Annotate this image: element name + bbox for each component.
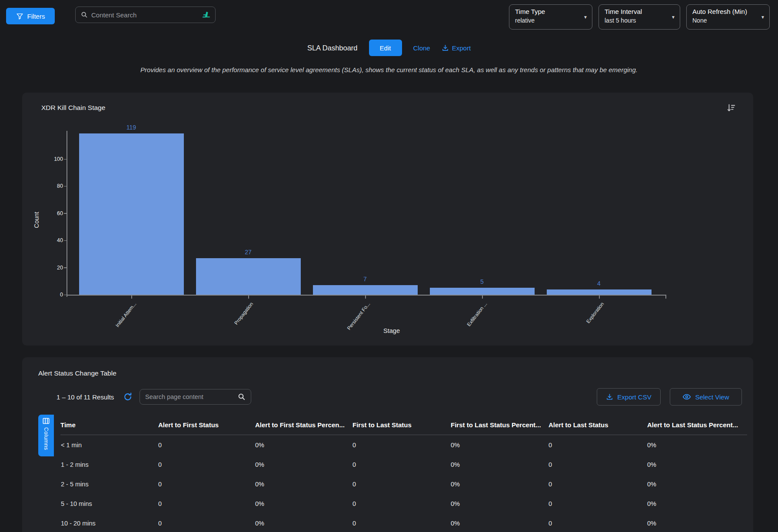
column-header[interactable]: Alert to First Status Percen... <box>255 421 352 429</box>
bar-Persistent Fo...[interactable] <box>313 285 418 295</box>
x-axis-title: Stage <box>366 327 418 334</box>
table-cell: 0 <box>158 461 255 468</box>
x-tick-label: Propagation <box>233 301 254 326</box>
bar-Propagation[interactable] <box>196 258 301 295</box>
page-search-box <box>140 389 251 405</box>
columns-tab[interactable]: Columns <box>38 415 54 456</box>
table-cell: 0% <box>451 500 549 507</box>
columns-tab-label: Columns <box>43 427 49 450</box>
time-interval-dropdown[interactable]: Time Interval last 5 hours ▼ <box>598 4 680 30</box>
x-tick-label: Exfiltration ... <box>466 301 488 327</box>
x-tick-label: Persistent Fo... <box>346 301 371 331</box>
bar-Exploration[interactable] <box>547 289 652 295</box>
select-view-button[interactable]: Select View <box>670 388 742 406</box>
table-cell: 0% <box>647 461 747 468</box>
time-type-dropdown[interactable]: Time Type relative ▼ <box>509 4 592 30</box>
table-cell: 0 <box>352 461 451 468</box>
table-cell: 5 - 10 mins <box>60 500 158 507</box>
xdr-kill-chain-panel: XDR Kill Chain Stage Count Stage 0204060… <box>22 93 753 346</box>
table-header-row: TimeAlert to First StatusAlert to First … <box>60 416 747 433</box>
table-cell: 0% <box>451 481 549 488</box>
x-tick-mark <box>131 295 132 299</box>
search-icon[interactable] <box>238 393 246 401</box>
y-axis-title: Count <box>33 212 40 228</box>
eye-icon <box>682 392 691 401</box>
dashboard-description: Provides an overview of the performance … <box>0 66 778 73</box>
y-tick-label: 0 <box>48 292 63 298</box>
download-icon <box>606 393 613 401</box>
y-tick-mark <box>64 159 67 160</box>
table-cell: 0% <box>255 461 352 468</box>
results-count: 1 – 10 of 11 Results <box>57 393 114 401</box>
y-tick-mark <box>64 267 67 268</box>
alert-status-table: TimeAlert to First StatusAlert to First … <box>60 416 747 532</box>
column-header[interactable]: Time <box>60 421 158 429</box>
download-icon <box>442 44 449 52</box>
column-header[interactable]: First to Last Status Percent... <box>451 421 549 429</box>
table-row[interactable]: 2 - 5 mins00%00%00% <box>60 474 747 494</box>
table-cell: 0 <box>158 520 255 527</box>
table-row[interactable]: < 1 min00%00%00% <box>60 435 747 455</box>
alert-status-change-panel: Alert Status Change Table 1 – 10 of 11 R… <box>22 357 753 532</box>
table-cell: 0% <box>255 442 352 449</box>
bar-Initial Attem...[interactable] <box>79 133 184 295</box>
y-tick-label: 60 <box>48 210 63 216</box>
export-button[interactable]: Export <box>442 44 471 52</box>
content-search-input[interactable] <box>91 11 199 19</box>
table-cell: 0% <box>255 500 352 507</box>
x-axis-end-tick <box>665 295 666 299</box>
column-header[interactable]: Alert to Last Status <box>549 421 647 429</box>
x-tick-label: Exploration <box>585 301 605 324</box>
clone-button[interactable]: Clone <box>413 44 430 52</box>
chevron-down-icon: ▼ <box>761 15 765 20</box>
table-cell: 0% <box>255 520 352 527</box>
filters-button[interactable]: Filters <box>6 8 55 24</box>
filters-button-label: Filters <box>27 13 45 20</box>
table-cell: 0 <box>158 500 255 507</box>
table-row[interactable]: 10 - 20 mins00%00%00% <box>60 513 747 532</box>
auto-refresh-dropdown[interactable]: Auto Refresh (Min) None ▼ <box>686 4 770 30</box>
table-cell: 0 <box>352 442 451 449</box>
query-language-logo-icon[interactable]: ℲL <box>202 10 210 20</box>
table-cell: 10 - 20 mins <box>60 520 158 527</box>
table-row[interactable]: 5 - 10 mins00%00%00% <box>60 494 747 513</box>
table-cell: 2 - 5 mins <box>60 481 158 488</box>
x-tick-mark <box>365 295 366 299</box>
table-cell: 0% <box>451 520 549 527</box>
search-icon <box>81 11 88 18</box>
page-title: SLA Dashboard <box>307 44 358 52</box>
time-interval-value: last 5 hours <box>605 17 668 24</box>
chevron-down-icon: ▼ <box>583 15 588 20</box>
time-type-label: Time Type <box>515 8 581 15</box>
bar-chart: Count Stage 020406080100119Initial Attem… <box>22 93 753 346</box>
y-tick-mark <box>64 213 67 214</box>
export-button-label: Export <box>452 44 471 52</box>
table-cell: 0 <box>352 481 451 488</box>
table-cell: < 1 min <box>60 442 158 449</box>
select-view-label: Select View <box>695 393 729 401</box>
table-row[interactable]: 1 - 2 mins00%00%00% <box>60 455 747 474</box>
table-cell: 0 <box>158 442 255 449</box>
y-tick-label: 20 <box>48 265 63 271</box>
page-search-input[interactable] <box>145 393 234 400</box>
bar-Exfiltration ...[interactable] <box>430 288 535 295</box>
y-tick-label: 80 <box>48 183 63 189</box>
refresh-icon[interactable] <box>123 392 133 402</box>
edit-button[interactable]: Edit <box>369 40 402 56</box>
table-cell: 0% <box>647 520 747 527</box>
export-csv-button[interactable]: Export CSV <box>597 388 661 406</box>
time-interval-label: Time Interval <box>605 8 668 15</box>
table-cell: 1 - 2 mins <box>60 461 158 468</box>
column-header[interactable]: First to Last Status <box>352 421 451 429</box>
table-title: Alert Status Change Table <box>38 369 116 377</box>
content-search-box: ℲL <box>75 7 216 23</box>
table-cell: 0 <box>549 461 647 468</box>
bar-value-label: 4 <box>582 280 616 287</box>
x-axis-line <box>66 295 666 296</box>
table-cell: 0 <box>352 500 451 507</box>
column-header[interactable]: Alert to Last Status Percent... <box>647 421 747 429</box>
y-tick-label: 40 <box>48 237 63 243</box>
column-header[interactable]: Alert to First Status <box>158 421 255 429</box>
table-cell: 0% <box>451 461 549 468</box>
x-tick-mark <box>599 295 600 299</box>
